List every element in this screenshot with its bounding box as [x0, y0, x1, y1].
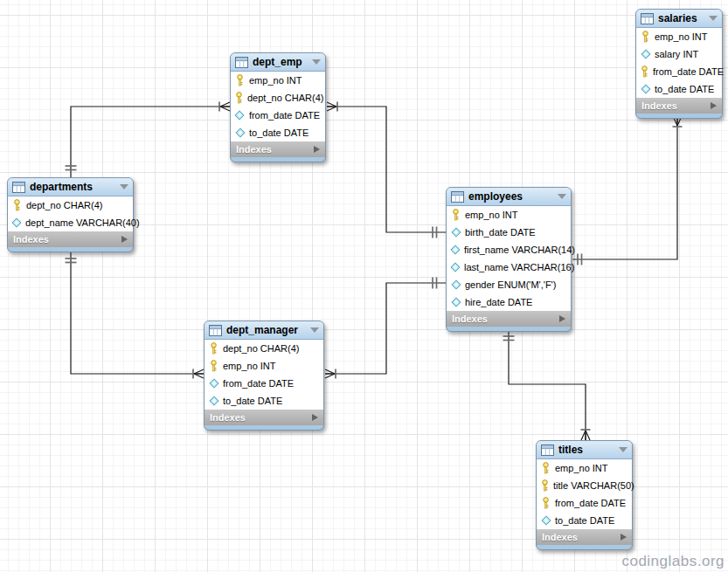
collapse-arrow-icon[interactable] — [310, 327, 319, 333]
table-header[interactable]: salaries — [636, 10, 722, 28]
field-label: to_date DATE — [249, 127, 309, 138]
field-label: from_date DATE — [223, 378, 294, 389]
collapse-arrow-icon[interactable] — [312, 59, 321, 65]
field-titles-emp_no[interactable]: emp_no INT — [537, 459, 632, 477]
diamond-icon — [209, 378, 219, 389]
diamond-icon-wrap — [450, 227, 461, 238]
table-icon-wrap — [451, 191, 464, 203]
table-header[interactable]: titles — [537, 441, 632, 459]
table-icon — [209, 325, 222, 336]
table-icon-wrap — [641, 13, 654, 24]
key-icon — [541, 462, 551, 474]
indexes-row[interactable]: Indexes — [636, 98, 722, 114]
field-label: title VARCHAR(50) — [553, 480, 634, 491]
table-columns: dept_no CHAR(4)emp_no INTfrom_date DATEt… — [205, 340, 323, 410]
diamond-icon — [450, 262, 461, 272]
field-dept_emp-dept_no[interactable]: dept_no CHAR(4) — [231, 89, 325, 107]
field-label: from_date DATE — [249, 110, 320, 121]
table-icon — [12, 182, 25, 193]
collapse-arrow-icon[interactable] — [558, 194, 566, 199]
table-title: salaries — [658, 12, 697, 24]
field-employees-first_name[interactable]: first_name VARCHAR(14) — [447, 241, 571, 258]
indexes-row[interactable]: Indexes — [231, 141, 325, 157]
table-icon — [641, 13, 654, 24]
field-salaries-from_date[interactable]: from_date DATE — [636, 63, 722, 80]
field-dept_manager-emp_no[interactable]: emp_no INT — [205, 357, 323, 375]
table-title: dept_manager — [226, 324, 298, 336]
relationship-employees-salaries[interactable] — [572, 116, 683, 265]
collapse-arrow-icon[interactable] — [619, 447, 627, 452]
key-icon — [640, 65, 649, 78]
expand-arrow-icon — [621, 534, 627, 541]
field-dept_manager-to_date[interactable]: to_date DATE — [205, 392, 323, 410]
table-salaries[interactable]: salariesemp_no INTsalary INTfrom_date DA… — [635, 9, 723, 119]
relationship-employees-dept_emp[interactable] — [327, 102, 446, 238]
field-label: dept_no CHAR(4) — [26, 200, 102, 210]
diamond-icon — [209, 396, 219, 406]
relationship-departments-dept_manager[interactable] — [66, 252, 205, 379]
table-icon — [235, 57, 248, 68]
field-employees-last_name[interactable]: last_name VARCHAR(16) — [447, 258, 571, 276]
key-icon-wrap — [540, 462, 551, 474]
diamond-icon — [235, 127, 246, 138]
key-icon — [451, 209, 461, 221]
collapse-arrow-icon[interactable] — [120, 184, 128, 190]
field-salaries-salary[interactable]: salary INT — [636, 45, 722, 63]
diamond-icon — [541, 515, 551, 526]
indexes-label: Indexes — [210, 412, 246, 423]
field-dept_emp-emp_no[interactable]: emp_no INT — [231, 72, 325, 89]
field-label: birth_date DATE — [465, 227, 536, 238]
field-dept_manager-from_date[interactable]: from_date DATE — [205, 375, 323, 392]
relationship-employees-dept_manager[interactable] — [325, 278, 446, 379]
field-salaries-to_date[interactable]: to_date DATE — [636, 80, 722, 98]
relationship-employees-titles[interactable] — [503, 330, 591, 440]
key-icon-wrap — [208, 360, 219, 372]
field-label: emp_no INT — [655, 31, 708, 42]
indexes-row[interactable]: Indexes — [447, 311, 571, 327]
table-departments[interactable]: departmentsdept_no CHAR(4)dept_name VARC… — [7, 177, 134, 252]
collapse-arrow-icon[interactable] — [709, 16, 718, 21]
table-header[interactable]: dept_emp — [231, 53, 325, 72]
field-salaries-emp_no[interactable]: emp_no INT — [636, 28, 722, 45]
field-dept_manager-dept_no[interactable]: dept_no CHAR(4) — [205, 340, 323, 357]
table-titles[interactable]: titlesemp_no INTtitle VARCHAR(50)from_da… — [536, 440, 633, 550]
diamond-icon-wrap — [450, 279, 461, 290]
table-employees[interactable]: employeesemp_no INTbirth_date DATEfirst_… — [446, 187, 572, 332]
table-dept_emp[interactable]: dept_empemp_no INTdept_no CHAR(4)from_da… — [230, 52, 326, 162]
diagram-canvas[interactable]: salariesemp_no INTsalary INTfrom_date DA… — [0, 0, 728, 572]
field-employees-birth_date[interactable]: birth_date DATE — [447, 224, 571, 241]
diamond-icon-wrap — [234, 127, 246, 138]
table-header[interactable]: employees — [447, 188, 571, 206]
field-departments-dept_name[interactable]: dept_name VARCHAR(40) — [8, 214, 133, 231]
table-icon — [541, 445, 554, 456]
field-label: to_date DATE — [555, 515, 614, 526]
key-icon — [209, 342, 218, 355]
indexes-row[interactable]: Indexes — [537, 529, 632, 545]
table-header[interactable]: dept_manager — [205, 321, 323, 340]
field-departments-dept_no[interactable]: dept_no CHAR(4) — [8, 196, 133, 214]
field-employees-gender[interactable]: gender ENUM('M','F') — [447, 276, 571, 293]
key-icon — [209, 360, 218, 372]
field-titles-to_date[interactable]: to_date DATE — [537, 512, 632, 529]
table-header[interactable]: departments — [8, 178, 133, 196]
indexes-row[interactable]: Indexes — [8, 231, 133, 247]
indexes-label: Indexes — [236, 144, 272, 155]
relationship-departments-dept_emp[interactable] — [66, 102, 231, 178]
expand-arrow-icon — [314, 146, 320, 153]
field-dept_emp-from_date[interactable]: from_date DATE — [231, 107, 325, 124]
field-employees-emp_no[interactable]: emp_no INT — [447, 206, 571, 224]
field-titles-title[interactable]: title VARCHAR(50) — [537, 477, 632, 494]
diamond-icon-wrap — [450, 262, 461, 272]
field-dept_emp-to_date[interactable]: to_date DATE — [231, 124, 325, 141]
key-icon — [540, 479, 550, 492]
field-employees-hire_date[interactable]: hire_date DATE — [447, 293, 571, 311]
indexes-row[interactable]: Indexes — [205, 410, 323, 425]
field-titles-from_date[interactable]: from_date DATE — [537, 494, 632, 512]
field-label: salary INT — [655, 49, 698, 59]
table-columns: emp_no INTtitle VARCHAR(50)from_date DAT… — [537, 459, 632, 529]
table-dept_manager[interactable]: dept_managerdept_no CHAR(4)emp_no INTfro… — [204, 320, 324, 431]
key-icon-wrap — [11, 199, 23, 211]
diamond-icon-wrap — [450, 297, 461, 307]
diamond-icon-wrap — [208, 378, 219, 389]
field-label: gender ENUM('M','F') — [465, 279, 556, 290]
